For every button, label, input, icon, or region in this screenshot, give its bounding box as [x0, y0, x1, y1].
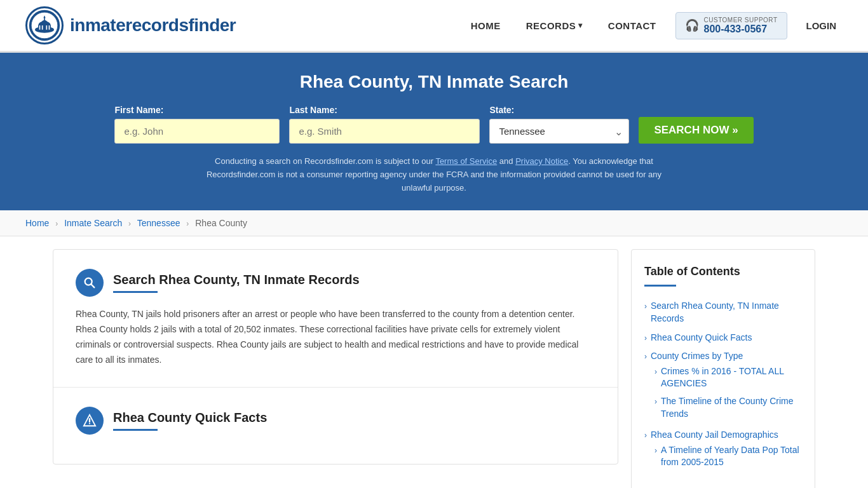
toc-link-4[interactable]: › Crimes % in 2016 - TOTAL ALL AGENCIES [654, 365, 802, 390]
logo-text: inmaterecordsfinder [70, 15, 236, 36]
toc-sublist-2: › A Timeline of Yearly Data Pop Total fr… [654, 442, 802, 471]
main-content: Search Rhea County, TN Inmate Records Rh… [27, 249, 841, 488]
svg-point-16 [89, 423, 90, 424]
customer-support-box: 🎧 CUSTOMER SUPPORT 800-433-0567 [675, 12, 787, 39]
logo-icon [25, 6, 64, 44]
state-group: State: Tennessee Alabama Alaska Arizona … [489, 105, 629, 144]
section2-underline [113, 429, 158, 431]
disclaimer-text: Conducting a search on Recordsfinder.com… [193, 155, 675, 194]
last-name-label: Last Name: [289, 105, 337, 115]
toc-link-7[interactable]: › A Timeline of Yearly Data Pop Total fr… [654, 444, 802, 469]
state-wrapper: Tennessee Alabama Alaska Arizona Califor… [489, 119, 629, 144]
search-icon [83, 276, 97, 290]
section-search-records: Search Rhea County, TN Inmate Records Rh… [53, 250, 618, 387]
tos-link[interactable]: Terms of Service [435, 156, 497, 166]
toc-item-7: › A Timeline of Yearly Data Pop Total fr… [654, 442, 802, 471]
support-label: CUSTOMER SUPPORT [704, 17, 778, 24]
breadcrumb-county: Rhea County [195, 218, 247, 228]
toc-link-3[interactable]: › County Crimes by Type [644, 350, 802, 363]
svg-rect-12 [49, 25, 50, 30]
toc-chevron-4: › [654, 367, 657, 377]
support-number: 800-433-0567 [704, 24, 778, 35]
first-name-group: First Name: [114, 105, 280, 144]
section2-title-block: Rhea County Quick Facts [113, 410, 267, 431]
toc-chevron-5: › [654, 396, 657, 407]
logo-area: inmaterecordsfinder [25, 6, 236, 44]
section1-header: Search Rhea County, TN Inmate Records [76, 269, 595, 297]
nav-contact[interactable]: CONTACT [602, 17, 663, 34]
toc-item-5: › The Timeline of the County Crime Trend… [654, 393, 802, 423]
section2-title: Rhea County Quick Facts [113, 410, 267, 425]
headset-icon: 🎧 [685, 18, 699, 32]
toc-chevron-2: › [644, 333, 647, 344]
toc-sublist-1: › Crimes % in 2016 - TOTAL ALL AGENCIES … [654, 363, 802, 423]
login-button[interactable]: LOGIN [800, 17, 843, 34]
svg-rect-9 [39, 25, 41, 30]
search-now-button[interactable]: SEARCH NOW » [639, 117, 753, 144]
toc-chevron-6: › [644, 430, 647, 441]
table-of-contents: Table of Contents › Search Rhea County, … [631, 249, 815, 488]
nav-records[interactable]: RECORDS ▾ [520, 17, 589, 34]
first-name-label: First Name: [114, 105, 163, 115]
first-name-input[interactable] [114, 119, 280, 144]
main-nav: HOME RECORDS ▾ CONTACT 🎧 CUSTOMER SUPPOR… [465, 12, 843, 39]
breadcrumb-sep-3: › [186, 219, 189, 228]
nav-home[interactable]: HOME [465, 17, 507, 34]
page-title: Rhea County, TN Inmate Search [25, 72, 843, 92]
breadcrumb-home[interactable]: Home [25, 218, 49, 228]
site-header: inmaterecordsfinder HOME RECORDS ▾ CONTA… [0, 0, 868, 53]
section1-title-block: Search Rhea County, TN Inmate Records [113, 273, 360, 293]
search-form: First Name: Last Name: State: Tennessee … [25, 105, 843, 144]
toc-divider [644, 285, 676, 287]
section1-underline [113, 291, 158, 293]
toc-item-2: › Rhea County Quick Facts [644, 329, 802, 348]
state-select[interactable]: Tennessee Alabama Alaska Arizona Califor… [489, 119, 629, 144]
breadcrumb-sep-1: › [55, 219, 58, 228]
info-icon-circle [76, 407, 104, 435]
toc-item-3: › County Crimes by Type › Crimes % in 20… [644, 347, 802, 426]
search-icon-circle [76, 269, 104, 297]
breadcrumb: Home › Inmate Search › Tennessee › Rhea … [0, 210, 868, 236]
toc-item-6: › Rhea County Jail Demographics › A Time… [644, 426, 802, 475]
section-quick-facts: Rhea County Quick Facts [53, 388, 618, 464]
state-label: State: [489, 105, 514, 115]
section1-title: Search Rhea County, TN Inmate Records [113, 273, 360, 287]
alert-icon [83, 414, 97, 428]
toc-title: Table of Contents [644, 265, 802, 278]
search-banner: Rhea County, TN Inmate Search First Name… [0, 53, 868, 210]
records-chevron-icon: ▾ [578, 21, 583, 30]
toc-chevron-7: › [654, 445, 657, 456]
last-name-input[interactable] [289, 119, 480, 144]
svg-rect-10 [42, 25, 43, 30]
support-text: CUSTOMER SUPPORT 800-433-0567 [704, 17, 778, 35]
toc-item-1: › Search Rhea County, TN Inmate Records [644, 297, 802, 328]
svg-line-14 [91, 285, 94, 288]
toc-link-5[interactable]: › The Timeline of the County Crime Trend… [654, 395, 802, 420]
section2-header: Rhea County Quick Facts [76, 407, 595, 435]
toc-chevron-3: › [644, 351, 647, 362]
toc-link-2[interactable]: › Rhea County Quick Facts [644, 332, 802, 344]
breadcrumb-state[interactable]: Tennessee [137, 218, 180, 228]
toc-list: › Search Rhea County, TN Inmate Records … [644, 297, 802, 475]
breadcrumb-sep-2: › [128, 219, 131, 228]
toc-link-6[interactable]: › Rhea County Jail Demographics [644, 429, 802, 442]
breadcrumb-inmate-search[interactable]: Inmate Search [64, 218, 122, 228]
section1-body: Rhea County, TN jails hold prisoners aft… [76, 307, 595, 367]
last-name-group: Last Name: [289, 105, 480, 144]
svg-rect-11 [46, 25, 48, 30]
content-column: Search Rhea County, TN Inmate Records Rh… [53, 249, 618, 464]
toc-chevron-1: › [644, 301, 647, 312]
privacy-link[interactable]: Privacy Notice [515, 156, 568, 166]
toc-link-1[interactable]: › Search Rhea County, TN Inmate Records [644, 300, 802, 325]
toc-item-4: › Crimes % in 2016 - TOTAL ALL AGENCIES [654, 363, 802, 393]
